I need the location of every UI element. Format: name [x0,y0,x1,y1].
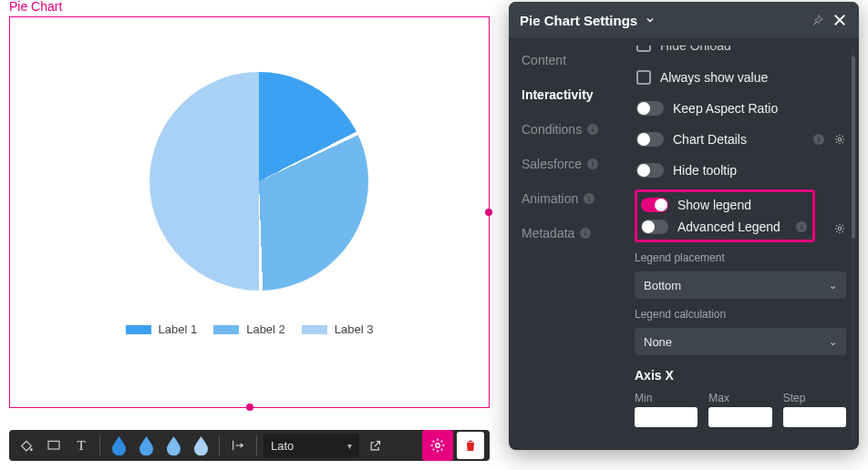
chart-legend: Label 1 Label 2 Label 3 [10,322,489,336]
option-hide-onload[interactable]: Hide Onload [635,46,846,58]
axis-min-input[interactable] [635,407,698,427]
toggle-icon [641,220,668,234]
panel-content: Hide Onload Always show value Keep Aspec… [627,38,859,450]
series-color-1[interactable] [107,434,130,457]
series-color-4[interactable] [189,434,212,457]
tab-salesforce[interactable]: Salesforcei [522,157,627,171]
gear-icon [429,437,446,454]
advanced-legend-settings[interactable] [833,222,846,238]
option-show-legend[interactable]: Show legend [639,194,807,216]
chevron-down-icon[interactable] [645,15,656,26]
chevron-down-icon: ⌄ [829,336,837,348]
pin-icon[interactable] [811,14,824,27]
text-style-button[interactable]: T [69,434,93,457]
paint-bucket-icon [19,438,34,453]
tab-label: Animation [522,191,578,206]
delete-element-button[interactable] [457,432,484,459]
drop-icon [111,435,127,455]
trash-icon [463,438,478,453]
resize-handle-bottom[interactable] [246,404,253,411]
select-value: None [644,335,672,349]
tab-metadata[interactable]: Metadatai [522,226,627,240]
panel-tab-list: Content Interactivity Conditionsi Salesf… [509,38,627,450]
tab-content[interactable]: Content [522,53,627,67]
drop-icon [139,435,154,455]
panel-title: Pie Chart Settings [520,13,637,28]
tab-animation[interactable]: Animationi [522,191,627,206]
toolbar-separator [219,435,220,455]
font-family-select[interactable]: Lato ▾ [264,434,359,457]
option-label: Hide tooltip [673,163,846,178]
legend-label: Label 2 [246,322,285,336]
option-chart-details[interactable]: Chart Details i [635,128,846,151]
tab-label: Content [522,53,566,67]
border-style-button[interactable] [42,434,66,457]
axis-min-label: Min [635,392,698,404]
toggle-icon [636,132,664,147]
option-label: Advanced Legend [677,220,787,234]
axis-step-label: Step [783,392,846,404]
highlighted-legend-options: Show legend Advanced Legend i [635,189,815,242]
info-icon: i [587,124,598,135]
option-label: Keep Aspect Ratio [673,101,846,116]
toolbar-separator [256,435,257,455]
panel-scrollbar[interactable] [852,47,855,441]
toggle-icon [636,163,664,178]
tab-label: Interactivity [522,87,594,102]
font-name: Lato [271,439,294,453]
tab-conditions[interactable]: Conditionsi [522,122,627,137]
legend-calculation-select[interactable]: None ⌄ [635,328,846,355]
drop-icon [166,435,181,455]
chevron-down-icon: ▾ [347,441,352,451]
legend-calculation-label: Legend calculation [635,308,846,321]
axis-step-input[interactable] [783,407,846,427]
resize-handle-right[interactable] [485,209,492,216]
option-keep-aspect-ratio[interactable]: Keep Aspect Ratio [635,97,846,120]
fill-color-button[interactable] [15,434,38,457]
checkbox-icon [636,46,651,52]
toggle-icon [641,198,668,212]
gear-icon [833,222,846,235]
tab-label: Metadata [522,226,574,240]
info-icon: i [813,134,824,145]
open-external-icon [368,439,382,453]
option-label: Show legend [677,198,807,212]
svg-point-2 [436,444,440,448]
chart-canvas[interactable]: Label 1 Label 2 Label 3 [9,16,490,408]
drop-icon [193,435,209,455]
panel-header: Pie Chart Settings [509,2,859,38]
tab-interactivity[interactable]: Interactivity [522,87,627,102]
close-icon[interactable] [832,12,848,28]
legend-item-3: Label 3 [302,322,374,336]
option-advanced-legend[interactable]: Advanced Legend i [639,216,807,238]
settings-panel: Pie Chart Settings Content Interactivity… [509,2,859,450]
axis-max-label: Max [708,392,771,404]
element-toolbar: T Lato ▾ [9,430,490,461]
checkbox-icon [636,70,651,85]
svg-point-4 [838,227,842,230]
axis-max-input[interactable] [708,407,771,427]
series-color-3[interactable] [161,434,185,457]
series-color-2[interactable] [134,434,158,457]
gear-icon[interactable] [833,133,846,146]
open-external-button[interactable] [363,434,387,457]
tab-label: Conditions [522,122,582,137]
info-icon: i [796,221,807,232]
align-button[interactable] [226,434,250,457]
axis-x-heading: Axis X [635,368,846,383]
scrollbar-thumb[interactable] [852,56,855,239]
option-label: Hide Onload [660,46,731,53]
element-settings-button[interactable] [422,430,453,461]
text-icon: T [77,438,85,454]
option-always-show-value[interactable]: Always show value [635,66,846,89]
select-value: Bottom [644,279,681,292]
axis-x-row: Min Max Step [635,392,846,427]
legend-item-1: Label 1 [126,322,198,336]
option-hide-tooltip[interactable]: Hide tooltip [635,158,846,182]
svg-point-0 [30,448,33,451]
legend-label: Label 1 [159,322,198,336]
legend-swatch [213,325,239,334]
chevron-down-icon: ⌄ [829,280,837,291]
legend-item-2: Label 2 [213,322,285,336]
legend-placement-select[interactable]: Bottom ⌄ [635,271,846,299]
